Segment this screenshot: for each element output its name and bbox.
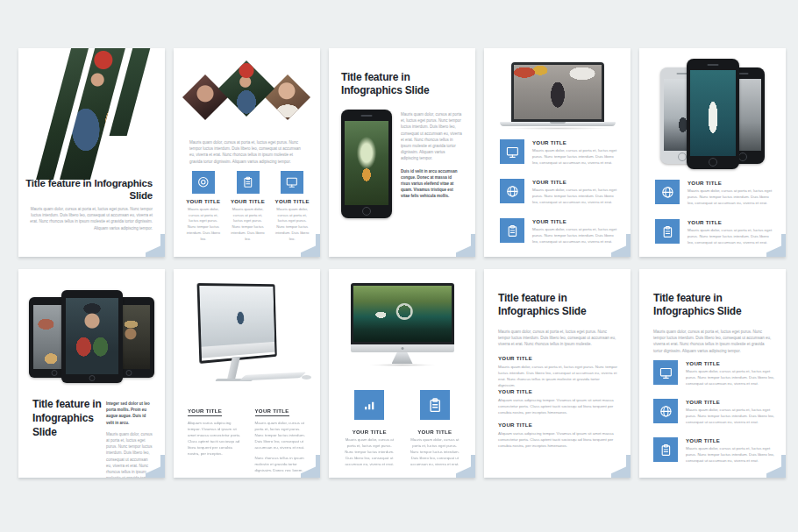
- feature-columns: YOUR TITLE Mauris quam dolor, cursus at …: [184, 171, 311, 242]
- imac-front-mockup: [351, 283, 454, 366]
- text-section: YOUR TITLE Aliquam varius adipiscing tem…: [498, 422, 617, 449]
- feature-title: YOUR TITLE: [184, 198, 223, 204]
- feature-title: YOUR TITLE: [686, 399, 775, 405]
- clipboard-icon: [420, 390, 450, 420]
- imac-monitor: [197, 283, 277, 364]
- feature-title: YOUR TITLE: [688, 219, 775, 225]
- feature-column: YOUR TITLE Mauris quam dolor, cursus at …: [229, 171, 267, 242]
- feature-row: YOUR TITLE Mauris quam dolor, cursus at …: [500, 179, 620, 205]
- photo-hoodie: [66, 298, 118, 374]
- photo-diamond-right: [265, 74, 310, 120]
- text-column: YOUR TITLE Aliquam varius adipiscing tem…: [188, 401, 243, 473]
- column-title: YOUR TITLE: [255, 408, 289, 416]
- section-title: YOUR TITLE: [498, 355, 617, 361]
- slide-title: Title feature in Infographics Slide: [498, 292, 616, 318]
- text-column: Integer sed dolor ut leo porta mollis. P…: [106, 401, 153, 478]
- text-column: YOUR TITLE Mauris quam dolor, cursus at …: [255, 401, 310, 473]
- slash-photo-collage: [18, 48, 165, 180]
- column-title: YOUR TITLE: [188, 408, 222, 416]
- imac-angled-mockup: [189, 283, 309, 394]
- slide-card-4[interactable]: YOUR TITLE Mauris quam dolor, cursus at …: [484, 48, 631, 257]
- section-text: Aliquam varius adipiscing tempor. Vivamu…: [498, 430, 617, 449]
- photo-diamond-center: [218, 60, 274, 117]
- feature-column: YOUR TITLE Mauris quam dolor, cursus at …: [273, 171, 311, 242]
- iphone-mockup: [341, 110, 392, 218]
- slide-card-6[interactable]: Title feature in Infographics Slide Inte…: [18, 269, 165, 478]
- tablet-mockup-center: [61, 290, 123, 383]
- photo-forest: [345, 121, 388, 205]
- slide-title: Title feature in Infographics Slide: [32, 397, 103, 440]
- slide-paragraph-bold: Integer sed dolor ut leo porta mollis. P…: [106, 401, 153, 426]
- slide-card-5[interactable]: YOUR TITLE Mauris quam dolor, cursus at …: [639, 48, 786, 257]
- feature-text: Mauris quam dolor, cursus at porta et, l…: [686, 407, 775, 425]
- feature-title: YOUR TITLE: [409, 429, 462, 435]
- section-text: Aliquam varius adipiscing tempor. Vivamu…: [498, 397, 617, 415]
- slide-paragraph: Mauris quam dolor, cursus at porta et, l…: [106, 431, 153, 478]
- slide-card-7[interactable]: YOUR TITLE Aliquam varius adipiscing tem…: [174, 269, 320, 478]
- feature-row: YOUR TITLE Mauris quam dolor, cursus at …: [653, 360, 775, 387]
- globe-icon: [655, 180, 680, 204]
- feature-text: Mauris quam dolor, cursus at porta et, l…: [273, 207, 311, 242]
- photo-surfer: [690, 70, 736, 156]
- slide-card-8[interactable]: YOUR TITLE Mauris quam dolor, cursus at …: [329, 269, 475, 478]
- feature-row: YOUR TITLE Mauris quam dolor, cursus at …: [655, 219, 775, 245]
- feature-row: YOUR TITLE Mauris quam dolor, cursus at …: [500, 218, 620, 245]
- section-text: Mauris quam dolor, cursus at porta et, l…: [498, 364, 617, 388]
- feature-column: YOUR TITLE Mauris quam dolor, cursus at …: [184, 171, 223, 242]
- feature-text: Mauris quam dolor, cursus at porta et, l…: [688, 227, 775, 245]
- feature-text: Mauris quam dolor, cursus at porta et, l…: [532, 187, 620, 205]
- slide-paragraph: Mauris quam dolor, cursus at porta et, l…: [189, 139, 305, 165]
- feature-title: YOUR TITLE: [686, 437, 775, 443]
- iphone-mockup-center: [687, 59, 739, 169]
- laptop-base: [500, 122, 616, 126]
- photo-diamond-left: [182, 74, 228, 120]
- feature-columns: YOUR TITLE Mauris quam dolor, cursus at …: [343, 390, 461, 467]
- feature-title: YOUR TITLE: [532, 179, 620, 185]
- imac-shadow: [369, 364, 436, 366]
- feature-text: Mauris quam dolor, cursus at porta et, l…: [532, 147, 620, 166]
- target-icon: [192, 171, 215, 194]
- feature-text: Mauris quam dolor, cursus at porta et, l…: [688, 188, 775, 206]
- feature-text: Mauris quam dolor, cursus at porta et, l…: [532, 226, 620, 245]
- text-section: YOUR TITLE Mauris quam dolor, cursus at …: [498, 355, 617, 388]
- slide-paragraph: Mauris quam dolor, cursus at porta et, l…: [401, 111, 462, 162]
- slide-card-1[interactable]: Title feature in Infographics Slide Maur…: [18, 48, 165, 257]
- imac-chin: [351, 344, 454, 352]
- slide-card-10[interactable]: Title feature in Infographics Slide Maur…: [639, 269, 786, 478]
- slide-title: Title feature in Infographics Slide: [25, 177, 153, 202]
- feature-text: Mauris quam dolor, cursus at porta et, l…: [686, 445, 775, 464]
- feature-row: YOUR TITLE Mauris quam dolor, cursus at …: [655, 180, 775, 206]
- feature-title: YOUR TITLE: [343, 429, 396, 435]
- feature-text: Mauris quam dolor, cursus at porta et, l…: [686, 368, 775, 387]
- section-title: YOUR TITLE: [498, 422, 617, 428]
- feature-text: Mauris quam dolor, cursus at porta et, l…: [184, 207, 223, 242]
- monitor-icon: [281, 171, 303, 194]
- globe-icon: [500, 179, 524, 203]
- clipboard-icon: [653, 437, 678, 462]
- feature-title: YOUR TITLE: [532, 139, 620, 145]
- mouse-mockup: [302, 375, 311, 379]
- slide-card-3[interactable]: Title feature in Infographics Slide Maur…: [329, 48, 475, 257]
- slide-card-2[interactable]: Mauris quam dolor, cursus at porta et, l…: [174, 48, 320, 257]
- feature-text: Mauris quam dolor, cursus at porta et, l…: [229, 207, 267, 242]
- feature-column: YOUR TITLE Mauris quam dolor, cursus at …: [343, 390, 396, 467]
- macbook-mockup: [500, 62, 616, 130]
- text-columns: YOUR TITLE Aliquam varius adipiscing tem…: [188, 401, 310, 473]
- slide-paragraph-bold: Duis id velit in arcu accumsan congue. D…: [401, 168, 462, 200]
- slides-preview-grid: Title feature in Infographics Slide Maur…: [0, 0, 798, 532]
- globe-icon: [653, 399, 678, 423]
- monitor-icon: [500, 139, 524, 164]
- imac-stand: [392, 352, 413, 364]
- feature-title: YOUR TITLE: [688, 180, 775, 186]
- feature-title: YOUR TITLE: [273, 198, 311, 204]
- clipboard-icon: [655, 219, 680, 244]
- clipboard-icon: [500, 218, 524, 243]
- column-text: Aliquam varius adipiscing tempor. Vivamu…: [188, 420, 243, 457]
- feature-text: Mauris quam dolor, cursus at porta et, l…: [343, 437, 396, 467]
- laptop-shadow: [505, 127, 610, 130]
- slide-card-9[interactable]: Title feature in Infographics Slide Maur…: [484, 269, 631, 478]
- feature-row: YOUR TITLE Mauris quam dolor, cursus at …: [653, 437, 775, 464]
- section-title: YOUR TITLE: [498, 388, 617, 394]
- feature-column: YOUR TITLE Mauris quam dolor, cursus at …: [409, 390, 462, 467]
- slide-title: Title feature in Infographics Slide: [341, 71, 455, 97]
